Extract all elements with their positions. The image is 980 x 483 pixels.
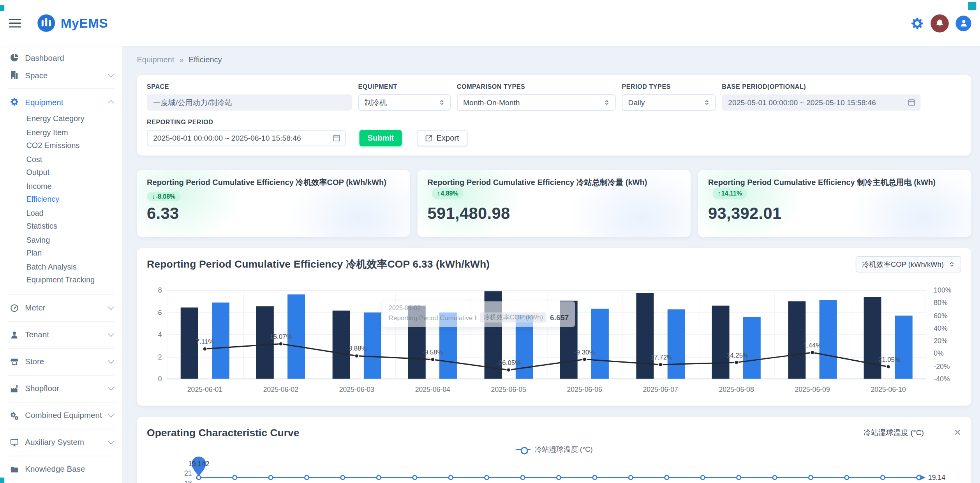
divider — [7, 294, 114, 295]
sidebar-item-tenant[interactable]: Tenant — [0, 326, 122, 344]
y-axis-tick: 6 — [158, 308, 162, 316]
factory-icon — [10, 384, 19, 393]
export-button[interactable]: Export — [417, 130, 467, 146]
export-icon — [425, 134, 433, 142]
kpi-row: Reporting Period Cumulative Efficiency 冷… — [137, 170, 971, 237]
sidebar-item-energy-category[interactable]: Energy Category — [0, 113, 122, 126]
chevron-up-icon — [108, 100, 114, 106]
op-curve-parameter[interactable]: 冷站湿球温度 (°C) — [864, 427, 924, 438]
y-axis-tick: 18 — [147, 479, 192, 483]
sidebar-item-dashboard[interactable]: Dashboard — [0, 49, 122, 66]
sidebar-item-equipment[interactable]: Equipment — [0, 93, 122, 111]
sidebar-item-meter[interactable]: Meter — [0, 299, 122, 317]
gears-icon — [10, 411, 19, 420]
line-label: -26.05% — [488, 359, 529, 366]
divider — [7, 88, 114, 89]
base-period-label: BASE PERIOD(OPTIONAL) — [722, 83, 920, 90]
chevron-updown-icon — [439, 99, 445, 106]
corner-marker — [968, 2, 976, 10]
sidebar-item-equipment-tracking[interactable]: Equipment Tracking — [0, 274, 122, 287]
sidebar-item-shopfloor[interactable]: Shopfloor — [0, 380, 122, 397]
sidebar-item-store[interactable]: Store — [0, 353, 122, 370]
space-input[interactable] — [147, 94, 352, 111]
sidebar-item-energy-item[interactable]: Energy Item — [0, 126, 122, 139]
period-types-select[interactable]: Daily — [622, 94, 716, 111]
sidebar-item-statistics[interactable]: Statistics — [0, 220, 122, 233]
equipment-select-value: 制冷机 — [364, 97, 387, 108]
x-axis-tick: 2025-06-01 — [167, 386, 243, 393]
y-axis-tick: 21 — [147, 469, 192, 477]
reporting-period-input[interactable] — [147, 130, 345, 146]
base-period-input[interactable] — [722, 94, 920, 111]
y-axis-tick: 8 — [158, 286, 162, 294]
sidebar-item-space[interactable]: Space — [0, 66, 122, 84]
submit-button[interactable]: Submit — [360, 130, 402, 146]
line-label: -17.72% — [640, 353, 680, 361]
sidebar-item-income[interactable]: Income — [0, 180, 122, 193]
temperature-curve — [147, 455, 961, 483]
kpi-value: 93,392.01 — [708, 204, 961, 223]
close-icon[interactable]: ✕ — [954, 428, 961, 437]
y-axis-tick: 4 — [158, 331, 162, 338]
y-axis-tick: 0 — [158, 375, 162, 383]
y-axis-tick: 0% — [934, 350, 944, 357]
kpi-card-chiller-power: Reporting Period Cumulative Efficiency 制… — [698, 170, 971, 237]
breadcrumb-efficiency: Efficiency — [189, 55, 222, 64]
equipment-select[interactable]: 制冷机 — [358, 94, 450, 111]
sidebar-item-label: Auxiliary System — [25, 437, 84, 447]
sidebar-item-saving[interactable]: Saving — [0, 233, 122, 247]
building-icon — [10, 71, 19, 79]
chevron-updown-icon — [704, 99, 710, 106]
sidebar-item-cost[interactable]: Cost — [0, 153, 122, 166]
main-chart-plot[interactable]: 2025-06-02 Reporting Period Cumulative E… — [167, 290, 926, 379]
op-curve-title: Operating Characteristic Curve — [147, 427, 299, 438]
op-curve-card: Operating Characteristic Curve 冷站湿球温度 (°… — [137, 417, 971, 483]
breadcrumb: Equipment » Efficiency — [137, 55, 971, 65]
curve-pin-label: 19.142 — [181, 460, 216, 467]
sidebar-item-auxiliary-system[interactable]: Auxiliary System — [0, 434, 122, 451]
kpi-value: 6.33 — [147, 204, 400, 223]
sidebar-item-batch-analysis[interactable]: Batch Analysis — [0, 260, 122, 273]
comparison-types-select[interactable]: Month-On-Month — [457, 94, 616, 111]
sidebar-item-label: Combined Equipment — [25, 411, 102, 420]
y-axis-tick: 20% — [934, 337, 947, 344]
x-axis-tick: 2025-06-06 — [546, 386, 622, 393]
reporting-period-label: REPORTING PERIOD — [147, 119, 345, 126]
settings-gear-icon[interactable] — [911, 17, 924, 30]
x-axis-tick: 2025-06-07 — [622, 386, 698, 393]
chevron-down-icon — [108, 384, 114, 391]
sidebar-item-co2-emissions[interactable]: CO2 Emissions — [0, 139, 122, 153]
chevron-down-icon — [108, 331, 114, 337]
y-axis-tick: -20% — [934, 362, 950, 370]
myems-logo-icon — [37, 14, 56, 32]
divider — [7, 455, 114, 456]
left-y-axis: 86420 — [147, 290, 162, 379]
space-label: SPACE — [147, 83, 352, 90]
sidebar-item-label: Knowledge Base — [25, 464, 85, 474]
user-avatar[interactable] — [955, 15, 971, 31]
chevron-down-icon — [108, 71, 114, 77]
kpi-card-cop: Reporting Period Cumulative Efficiency 冷… — [137, 170, 410, 237]
divider — [7, 375, 114, 375]
notifications-bell-icon[interactable] — [931, 14, 949, 32]
arrow-up-icon: ↑ — [437, 189, 440, 198]
sidebar-item-load[interactable]: Load — [0, 206, 122, 220]
sidebar-item-knowledge-base[interactable]: Knowledge Base — [0, 460, 122, 478]
op-curve-plot[interactable]: 19.14219.142118 — [147, 455, 961, 483]
y-axis-tick: 100% — [934, 286, 951, 294]
sidebar-item-output[interactable]: Output — [0, 166, 122, 180]
brand-logo[interactable]: MyEMS — [37, 14, 108, 32]
kpi-card-cooling-output: Reporting Period Cumulative Efficiency 冷… — [418, 170, 691, 237]
divider — [7, 402, 114, 402]
gear-icon — [10, 97, 19, 106]
x-axis-tick: 2025-06-05 — [471, 386, 546, 393]
sidebar-item-plan[interactable]: Plan — [0, 247, 122, 260]
equipment-label: EQUIPMENT — [358, 83, 450, 90]
sidebar-item-combined-equipment[interactable]: Combined Equipment — [0, 407, 122, 424]
chart-parameter-select[interactable]: 冷机效率COP (kWh/kWh) — [856, 256, 961, 273]
breadcrumb-equipment[interactable]: Equipment — [137, 55, 174, 64]
sidebar-item-efficiency[interactable]: Efficiency — [0, 193, 122, 206]
menu-icon[interactable] — [9, 19, 21, 27]
line-label: -9.30% — [564, 348, 605, 356]
legend[interactable]: 冷站湿球温度 (°C) — [147, 444, 961, 455]
